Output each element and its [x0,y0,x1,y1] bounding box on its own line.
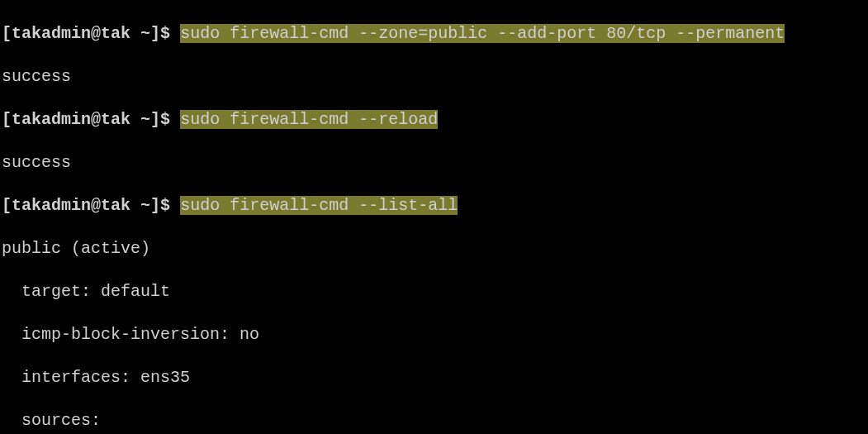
output-interfaces: interfaces: ens35 [2,367,866,389]
prompt-host: tak [101,110,130,129]
prompt-bracket-close: ] [150,196,160,215]
prompt-host: tak [101,24,130,43]
prompt-bracket: [ [2,196,12,215]
space [170,24,180,43]
prompt-symbol: $ [160,24,170,43]
prompt-at: @ [91,24,101,43]
prompt-user: takadmin [12,24,91,43]
prompt-bracket: [ [2,110,12,129]
output-icmp-block-inversion: icmp-block-inversion: no [2,324,866,346]
prompt-space [130,196,140,215]
prompt-user: takadmin [12,110,91,129]
command-line-3: [takadmin@tak ~]$ sudo firewall-cmd --li… [2,195,866,217]
prompt-symbol: $ [160,196,170,215]
space [170,110,180,129]
prompt-path: ~ [140,110,150,129]
prompt-at: @ [91,110,101,129]
prompt-user: takadmin [12,196,91,215]
prompt-bracket: [ [2,24,12,43]
prompt-host: tak [101,196,130,215]
prompt-path: ~ [140,24,150,43]
space [170,196,180,215]
prompt-space [130,110,140,129]
output-target: target: default [2,281,866,303]
prompt-path: ~ [140,196,150,215]
prompt-bracket-close: ] [150,110,160,129]
prompt-symbol: $ [160,110,170,129]
command-3: sudo firewall-cmd --list-all [180,196,458,215]
command-2: sudo firewall-cmd --reload [180,110,438,129]
output-success-1: success [2,66,866,88]
terminal-window[interactable]: [takadmin@tak ~]$ sudo firewall-cmd --zo… [2,2,866,434]
output-success-2: success [2,152,866,174]
command-line-2: [takadmin@tak ~]$ sudo firewall-cmd --re… [2,109,866,131]
prompt-space [130,24,140,43]
command-line-1: [takadmin@tak ~]$ sudo firewall-cmd --zo… [2,23,866,45]
prompt-bracket-close: ] [150,24,160,43]
command-1: sudo firewall-cmd --zone=public --add-po… [180,24,785,43]
output-sources: sources: [2,410,866,432]
output-listall-header: public (active) [2,238,866,260]
prompt-at: @ [91,196,101,215]
